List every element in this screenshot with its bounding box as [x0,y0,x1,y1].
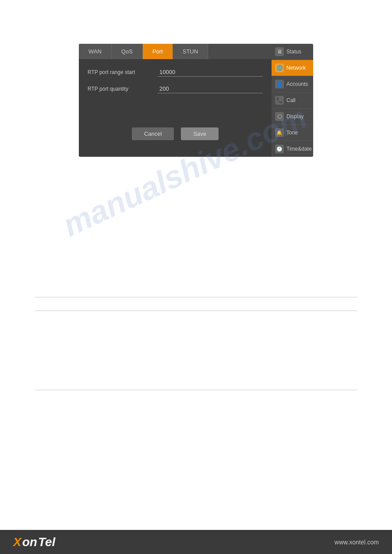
label-rtp-port-range-start: RTP port range start [88,69,158,75]
sidebar-label-network: Network [286,65,306,71]
sidebar-label-accounts: Accounts [286,81,308,87]
tone-icon [275,128,284,137]
network-icon [275,64,284,72]
label-rtp-port-quantity: RTP port quantity [88,86,158,92]
footer-url: www.xontel.com [335,539,379,546]
tab-qos[interactable]: QoS [112,44,143,59]
logo-tel: Tel [38,535,55,549]
form-row-rtp-quantity: RTP port quantity [88,85,263,93]
sidebar-item-tone[interactable]: Tone [272,125,313,141]
divider-2 [35,311,357,311]
time-icon [275,145,284,153]
tab-wan[interactable]: WAN [79,44,112,59]
tab-bar: WAN QoS Port STUN [79,44,272,59]
logo-on: on [22,535,37,549]
sidebar-item-display[interactable]: Display [272,109,313,125]
sidebar-item-accounts[interactable]: Accounts [272,76,313,92]
tab-stun[interactable]: STUN [173,44,208,59]
logo-x: X [13,535,21,549]
input-rtp-port-quantity[interactable] [158,85,263,93]
sidebar-item-timedate[interactable]: Time&date [272,141,313,157]
save-button[interactable]: Save [181,127,219,140]
input-rtp-port-range-start[interactable] [158,68,263,77]
settings-widget: WAN QoS Port STUN RTP port range start R… [79,44,313,157]
button-row: Cancel Save [88,101,263,149]
main-panel: WAN QoS Port STUN RTP port range start R… [79,44,272,157]
form-area: RTP port range start RTP port quantity C… [79,59,272,153]
sidebar-item-network[interactable]: Network [272,60,313,76]
sidebar-label-display: Display [286,113,304,120]
sidebar-label-call: Call [286,97,296,103]
form-row-rtp-start: RTP port range start [88,68,263,77]
tab-port[interactable]: Port [143,44,173,59]
sidebar-label-tone: Tone [286,130,298,136]
divider-3 [35,390,357,390]
display-icon [275,112,284,121]
sidebar-nav: Status Network Accounts Call Display Ton… [272,44,313,157]
sidebar-item-call[interactable]: Call [272,92,313,109]
footer-logo: X on Tel [13,535,55,549]
accounts-icon [275,80,284,88]
call-icon [275,96,284,105]
sidebar-label-timedate: Time&date [286,146,312,152]
monitor-icon [275,47,284,56]
cancel-button[interactable]: Cancel [132,127,174,140]
footer: X on Tel www.xontel.com [0,530,392,554]
sidebar-label-status: Status [286,49,301,55]
divider-1 [35,297,357,297]
sidebar-item-status[interactable]: Status [272,44,313,60]
divider-area [0,297,392,390]
